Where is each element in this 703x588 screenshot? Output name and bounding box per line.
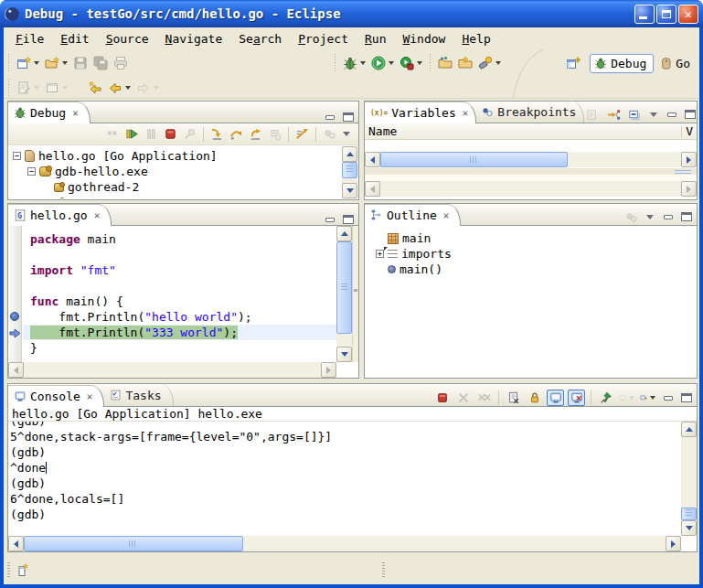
new-project-button[interactable] [42, 52, 70, 74]
debug-button[interactable] [340, 52, 368, 74]
close-tab-icon[interactable]: ✕ [87, 390, 93, 402]
tab-debug[interactable]: Debug ✕ [8, 102, 91, 123]
scroll-left-icon[interactable] [365, 152, 380, 167]
close-tab-icon[interactable]: ✕ [94, 209, 101, 221]
code-line[interactable]: package main [23, 231, 336, 247]
code-line[interactable]: fmt.Println("hello world"); [23, 309, 336, 325]
scroll-up-icon[interactable] [336, 226, 352, 241]
close-tab-icon[interactable]: ✕ [463, 107, 469, 119]
minimize-view-button[interactable] [662, 211, 675, 222]
code-line[interactable] [23, 278, 336, 294]
scroll-down-icon[interactable] [336, 347, 352, 362]
scroll-up-icon[interactable] [681, 422, 697, 437]
menu-project[interactable]: Project [290, 30, 357, 48]
code-line[interactable]: import "fmt" [23, 262, 336, 278]
outline-item[interactable]: +imports [372, 246, 697, 262]
show-stdout-button[interactable] [547, 390, 564, 406]
console-vertical-scrollbar[interactable] [681, 422, 697, 536]
outline-item[interactable]: main [372, 230, 697, 246]
scroll-down-icon[interactable] [342, 183, 357, 198]
view-menu-icon[interactable] [646, 215, 654, 219]
scroll-left-icon[interactable] [8, 536, 24, 551]
view-menu-icon[interactable] [343, 132, 350, 136]
maximize-view-button[interactable] [684, 109, 697, 120]
clear-console-button[interactable] [505, 390, 522, 406]
fast-view-button[interactable] [16, 561, 30, 578]
breakpoint-icon[interactable] [10, 312, 19, 321]
scroll-up-icon[interactable] [342, 146, 357, 162]
maximize-button[interactable] [656, 5, 676, 24]
menu-help[interactable]: Help [453, 30, 498, 48]
close-tab-icon[interactable]: ✕ [443, 209, 450, 221]
debug-tree-item[interactable]: −hello.go [Go Application] [9, 148, 342, 164]
open-console-button[interactable] [639, 390, 656, 406]
scroll-down-icon[interactable] [681, 520, 697, 536]
toolbar-grip[interactable] [333, 54, 337, 72]
menu-file[interactable]: File [7, 30, 52, 48]
step-return-button[interactable] [247, 126, 264, 143]
tab-hello-go[interactable]: G hello.go ✕ [8, 204, 112, 226]
toolbar-grip[interactable] [6, 79, 11, 97]
menu-navigate[interactable]: Navigate [157, 30, 231, 48]
tab-breakpoints[interactable]: Breakpoints [476, 101, 584, 123]
detail-pane-sash[interactable] [365, 167, 697, 175]
back-button[interactable] [105, 77, 133, 99]
titlebar[interactable]: Debug - testGo/src/cmd/hello.go - Eclips… [0, 0, 703, 27]
menu-edit[interactable]: Edit [52, 30, 97, 48]
debug-tree-item[interactable]: −gdb-hello.exe [9, 164, 342, 179]
maximize-view-button[interactable] [342, 214, 355, 225]
tab-variables[interactable]: (x)= Variables ✕ [365, 102, 476, 123]
variables-detail-pane[interactable] [365, 175, 697, 181]
code-line[interactable]: } [23, 340, 336, 356]
maximize-view-button[interactable] [342, 112, 355, 123]
run-button[interactable] [368, 52, 397, 74]
terminate-button[interactable] [162, 126, 179, 143]
minimize-view-button[interactable] [662, 392, 675, 403]
open-folder-button[interactable] [455, 52, 475, 74]
debug-tree-item[interactable]: gothread-2 [9, 179, 342, 195]
scroll-right-icon[interactable] [666, 536, 681, 551]
editor-overview-ruler[interactable] [352, 226, 358, 362]
editor-vertical-scrollbar[interactable] [336, 226, 352, 362]
maximize-view-button[interactable] [680, 211, 693, 222]
menu-search[interactable]: Search [230, 30, 290, 48]
code-line[interactable]: fmt.Println("333 world"); [23, 325, 336, 340]
outline-item[interactable]: main() [372, 262, 697, 277]
terminate-button[interactable] [433, 390, 451, 406]
editor-annotation-ruler[interactable] [8, 226, 22, 362]
debug-perspective-button[interactable]: Debug [590, 54, 654, 73]
variables-horizontal-scrollbar[interactable] [365, 152, 697, 167]
maximize-view-button[interactable] [680, 392, 693, 403]
open-perspective-button[interactable] [563, 52, 583, 74]
use-step-filters-button[interactable] [293, 126, 311, 143]
minus-expander-icon[interactable]: − [27, 167, 36, 176]
go-perspective-button[interactable]: Go [660, 57, 690, 70]
tab-outline[interactable]: Outline ✕ [365, 204, 461, 226]
run-external-tools-button[interactable] [397, 52, 425, 74]
minimize-view-button[interactable] [324, 112, 336, 123]
last-edit-location-button[interactable] [85, 77, 105, 99]
tab-console[interactable]: Console ✕ [8, 385, 104, 407]
close-button[interactable]: ✕ [678, 5, 698, 24]
code-line[interactable]: func main() { [23, 294, 336, 309]
view-menu-icon[interactable] [650, 112, 657, 117]
scroll-lock-button[interactable] [526, 390, 543, 406]
resume-button[interactable] [123, 126, 141, 143]
show-stderr-button[interactable] [568, 390, 585, 406]
debug-tree-item[interactable] [9, 195, 342, 198]
variables-column-header[interactable]: Name V [365, 123, 697, 140]
console-output[interactable]: (gdb)5^done,stack-args=[frame={level="0"… [10, 422, 680, 536]
minus-expander-icon[interactable]: − [13, 152, 21, 160]
minimize-view-button[interactable] [324, 214, 336, 225]
tab-tasks[interactable]: Tasks [104, 384, 173, 406]
debug-vertical-scrollbar[interactable] [342, 146, 357, 198]
editor-code-area[interactable]: package main import "fmt" func main() { … [23, 226, 336, 362]
pin-console-button[interactable] [597, 390, 614, 406]
collapse-all-button[interactable] [626, 106, 644, 123]
plus-expander-icon[interactable]: + [376, 250, 384, 258]
step-over-button[interactable] [228, 126, 245, 143]
new-wizard-button[interactable] [14, 52, 42, 74]
menu-source[interactable]: Source [98, 30, 157, 48]
show-logical-structure-button[interactable] [605, 106, 623, 123]
toolbar-grip[interactable] [6, 54, 11, 72]
